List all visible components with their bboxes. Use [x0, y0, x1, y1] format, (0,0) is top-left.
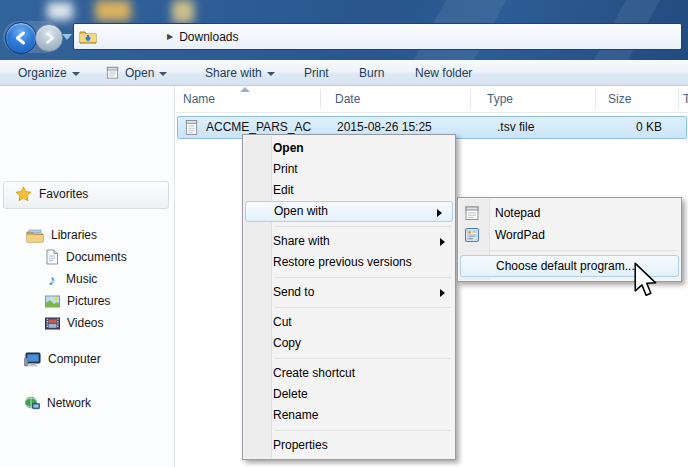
- menu-item-label: Open with: [274, 204, 328, 218]
- chevron-down-icon: [267, 72, 275, 76]
- breadcrumb-location[interactable]: Downloads: [179, 30, 238, 44]
- address-bar[interactable]: ▶ Downloads: [73, 23, 682, 50]
- sidebar-label: Videos: [67, 316, 103, 330]
- submenu-item-notepad[interactable]: Notepad: [458, 202, 681, 224]
- wordpad-icon: [464, 227, 480, 243]
- column-divider[interactable]: [678, 89, 679, 109]
- column-header-name[interactable]: Name: [183, 92, 215, 106]
- sidebar-item-videos[interactable]: Videos: [45, 312, 103, 334]
- sidebar-label: Music: [66, 272, 97, 286]
- menu-item-label: Share with: [273, 234, 330, 248]
- menu-item-open[interactable]: Open: [243, 138, 455, 159]
- breadcrumb-separator-icon: ▶: [167, 32, 173, 41]
- sidebar-label: Favorites: [39, 187, 88, 201]
- chevron-down-icon: [159, 72, 167, 76]
- forward-button[interactable]: [35, 24, 63, 52]
- column-header-date[interactable]: Date: [335, 92, 360, 106]
- menu-item-send-to[interactable]: Send to: [243, 282, 455, 303]
- forward-icon: [41, 30, 57, 46]
- open-button[interactable]: Open: [101, 60, 171, 85]
- menu-item-print[interactable]: Print: [243, 159, 455, 180]
- sidebar-label: Libraries: [51, 228, 97, 242]
- organize-button[interactable]: Organize: [14, 60, 84, 85]
- context-menu: Open Print Edit Open with Share with Res…: [242, 134, 456, 460]
- sidebar-item-favorites[interactable]: Favorites: [15, 183, 88, 205]
- blurred-desktop-icon: [172, 0, 194, 23]
- back-button[interactable]: [5, 22, 37, 54]
- column-header-size[interactable]: Size: [608, 92, 631, 106]
- chevron-down-icon: [72, 72, 80, 76]
- submenu-item-label: Choose default program...: [496, 259, 635, 273]
- column-divider[interactable]: [470, 89, 471, 109]
- sidebar-label: Pictures: [67, 294, 110, 308]
- breadcrumb-parent-segment[interactable]: [101, 24, 165, 49]
- computer-icon: [24, 352, 41, 367]
- menu-item-cut[interactable]: Cut: [243, 312, 455, 333]
- submenu-item-label: WordPad: [495, 228, 545, 242]
- file-name: ACCME_PARS_AC: [206, 120, 311, 134]
- command-toolbar: Organize Open Share with Print Burn: [0, 60, 688, 86]
- burn-label: Burn: [359, 66, 384, 80]
- column-divider[interactable]: [320, 89, 321, 109]
- menu-item-create-shortcut[interactable]: Create shortcut: [243, 363, 455, 384]
- new-folder-button[interactable]: New folder: [411, 60, 476, 85]
- file-size: 0 KB: [636, 120, 662, 134]
- share-with-label: Share with: [205, 66, 262, 80]
- submenu-arrow-icon: [437, 209, 442, 217]
- star-icon: [15, 186, 32, 202]
- column-divider[interactable]: [595, 89, 596, 109]
- menu-item-label: Send to: [273, 285, 314, 299]
- print-button[interactable]: Print: [300, 60, 333, 85]
- menu-separator: [243, 303, 455, 312]
- submenu-arrow-icon: [440, 238, 445, 246]
- network-icon: [24, 396, 40, 411]
- sidebar-label: Network: [47, 396, 91, 410]
- submenu-item-label: Notepad: [495, 206, 540, 220]
- explorer-window: ▶ Downloads Organize Open Share with Pri…: [0, 0, 688, 467]
- downloads-folder-icon: [79, 29, 97, 44]
- column-header-partial[interactable]: T: [683, 92, 688, 106]
- open-label: Open: [125, 66, 154, 80]
- menu-item-delete[interactable]: Delete: [243, 384, 455, 405]
- burn-button[interactable]: Burn: [355, 60, 388, 85]
- sidebar-item-music[interactable]: ♪ Music: [45, 268, 97, 290]
- back-icon: [12, 29, 30, 47]
- menu-item-share-with[interactable]: Share with: [243, 231, 455, 252]
- sidebar-item-pictures[interactable]: Pictures: [45, 290, 110, 312]
- notepad-icon: [105, 65, 120, 80]
- column-header-row: Name Date Type Size T: [176, 86, 688, 113]
- libraries-icon: [26, 228, 44, 243]
- mouse-cursor-icon: [633, 262, 660, 303]
- sidebar-item-computer[interactable]: Computer: [24, 348, 101, 370]
- videos-icon: [45, 317, 60, 330]
- file-type: .tsv file: [497, 120, 534, 134]
- share-with-button[interactable]: Share with: [201, 60, 279, 85]
- sidebar-item-network[interactable]: Network: [24, 392, 91, 414]
- organize-label: Organize: [18, 66, 67, 80]
- menu-item-properties[interactable]: Properties: [243, 435, 455, 456]
- sidebar-label: Documents: [66, 250, 127, 264]
- blurred-desktop-icon: [47, 2, 73, 20]
- sidebar-item-documents[interactable]: Documents: [45, 246, 127, 268]
- menu-separator: [243, 222, 455, 231]
- menu-separator: [243, 273, 455, 282]
- notepad-icon: [464, 205, 480, 221]
- column-header-type[interactable]: Type: [487, 92, 513, 106]
- menu-item-edit[interactable]: Edit: [243, 180, 455, 201]
- sort-ascending-icon: [240, 87, 250, 92]
- new-folder-label: New folder: [415, 66, 472, 80]
- menu-item-copy[interactable]: Copy: [243, 333, 455, 354]
- file-date: 2015-08-26 15:25: [337, 120, 432, 134]
- submenu-item-wordpad[interactable]: WordPad: [458, 224, 681, 246]
- menu-item-open-with[interactable]: Open with: [245, 201, 453, 222]
- menu-item-restore-previous-versions[interactable]: Restore previous versions: [243, 252, 455, 273]
- file-icon: [184, 119, 199, 136]
- document-icon: [45, 249, 59, 265]
- history-chevron-icon[interactable]: [62, 34, 72, 40]
- sidebar-label: Computer: [48, 352, 101, 366]
- sidebar-item-libraries[interactable]: Libraries: [26, 224, 97, 246]
- menu-item-rename[interactable]: Rename: [243, 405, 455, 426]
- menu-separator: [243, 354, 455, 363]
- print-label: Print: [304, 66, 329, 80]
- menu-separator: [243, 426, 455, 435]
